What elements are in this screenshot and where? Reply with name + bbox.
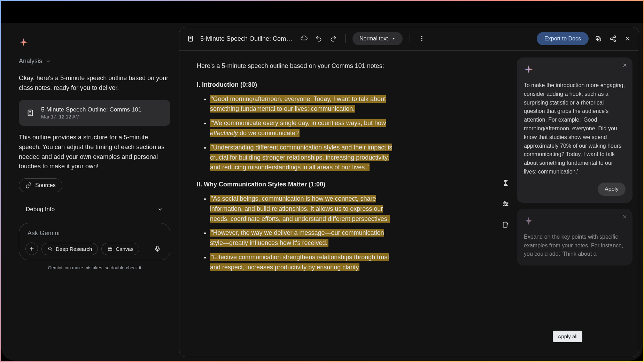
more-vertical-icon [418, 35, 425, 42]
svg-point-18 [421, 38, 422, 39]
svg-rect-8 [108, 247, 110, 249]
assistant-followup: This outline provides a structure for a … [19, 133, 170, 172]
debug-info-toggle[interactable]: Debug Info [19, 201, 170, 218]
triangle-down-icon [391, 37, 396, 41]
filter-settings-button[interactable] [499, 197, 513, 211]
apply-all-tooltip[interactable]: Apply all [553, 331, 582, 342]
copy-button[interactable] [593, 34, 603, 44]
list-item: "Effective communication strengthens rel… [210, 252, 395, 272]
cloud-sync-icon[interactable] [299, 34, 309, 44]
sources-button[interactable]: Sources [19, 178, 62, 192]
sources-label: Sources [35, 182, 56, 188]
section-heading: II. Why Communication Styles Matter (1:0… [197, 179, 477, 190]
svg-line-7 [51, 250, 52, 251]
adjust-length-button[interactable] [499, 176, 513, 190]
document-icon [186, 34, 195, 44]
redo-button[interactable] [328, 34, 338, 44]
svg-rect-11 [157, 246, 158, 249]
export-to-docs-button[interactable]: Export to Docs [537, 32, 589, 45]
chevron-down-icon [46, 59, 51, 64]
list-item: "Understanding different communication s… [210, 143, 395, 172]
prompt-input[interactable]: Ask Gemini [25, 228, 164, 238]
mic-button[interactable] [151, 242, 164, 255]
svg-marker-16 [393, 38, 395, 40]
svg-point-37 [504, 205, 505, 206]
svg-point-19 [421, 40, 422, 41]
svg-rect-10 [108, 249, 112, 251]
svg-point-24 [614, 40, 616, 41]
telescope-icon [47, 246, 53, 252]
section-heading: I. Introduction (0:30) [197, 80, 477, 90]
share-button[interactable] [608, 34, 618, 44]
svg-point-17 [421, 36, 422, 37]
sliders-icon [502, 200, 510, 208]
assistant-intro: Okay, here's a 5-minute speech outline b… [19, 74, 170, 93]
more-options-button[interactable] [417, 34, 427, 44]
list-item: "However, the way we deliver a message—o… [210, 228, 395, 248]
undo-button[interactable] [314, 34, 324, 44]
debug-label: Debug Info [26, 206, 55, 213]
canvas-panel: 5-Minute Speech Outline: Comm… Normal te… [179, 23, 643, 361]
close-icon [622, 62, 628, 68]
file-title: 5-Minute Speech Outline: Comms 101 [41, 106, 141, 113]
document-window: 5-Minute Speech Outline: Comm… Normal te… [179, 27, 639, 357]
deep-research-chip[interactable]: Deep Research [41, 243, 98, 255]
svg-point-23 [611, 38, 612, 40]
close-suggestion-button[interactable] [622, 62, 628, 69]
document-icon [26, 108, 35, 117]
close-icon [624, 35, 631, 42]
canvas-chip[interactable]: Canvas [101, 243, 139, 255]
file-date: Mar 17, 12:12 AM [41, 114, 141, 120]
canvas-icon [107, 246, 113, 252]
close-suggestion-button[interactable] [622, 214, 628, 221]
svg-rect-9 [110, 247, 112, 249]
document-content[interactable]: Here's a 5-minute speech outline based o… [179, 51, 495, 357]
gemini-sparkle-icon [524, 64, 534, 74]
apply-button[interactable]: Apply [598, 183, 626, 196]
list-item: "As social beings, communication is how … [210, 194, 395, 224]
chevron-down-icon [157, 206, 163, 213]
document-title[interactable]: 5-Minute Speech Outline: Comm… [200, 35, 294, 43]
add-button[interactable] [25, 242, 38, 255]
analysis-toggle[interactable]: Analysis [19, 57, 170, 65]
prompt-input-area: Ask Gemini Deep Research Canvas [19, 223, 170, 260]
disclaimer-text: Gemini can make mistakes, so double-chec… [19, 265, 170, 270]
analysis-label: Analysis [19, 57, 42, 65]
svg-point-35 [504, 201, 505, 203]
suggestion-text: To make the introduction more engaging, … [524, 81, 626, 176]
copy-icon [595, 35, 602, 42]
plus-icon [29, 246, 35, 252]
svg-line-25 [612, 37, 614, 38]
list-item: "We communicate every single day, in cou… [210, 118, 395, 138]
gemini-sparkle-icon [524, 216, 534, 226]
suggestions-column: To make the introduction more engaging, … [517, 51, 639, 357]
text-style-dropdown[interactable]: Normal text [352, 32, 403, 45]
svg-rect-38 [503, 222, 507, 227]
svg-point-6 [48, 247, 51, 250]
suggestion-card[interactable]: To make the introduction more engaging, … [517, 57, 633, 203]
close-icon [622, 214, 628, 219]
svg-point-36 [506, 203, 507, 205]
expand-vertical-icon [502, 179, 510, 187]
sparkle-doc-icon [502, 221, 510, 229]
chat-panel: Analysis Okay, here's a 5-minute speech … [1, 23, 179, 361]
microphone-icon [154, 245, 161, 252]
suggestion-card[interactable]: Expand on the key points with specific e… [517, 209, 633, 265]
suggestion-text: Expand on the key points with specific e… [524, 233, 626, 259]
svg-point-22 [614, 36, 616, 38]
file-attachment-card[interactable]: 5-Minute Speech Outline: Comms 101 Mar 1… [19, 100, 170, 126]
suggest-edits-button[interactable] [499, 218, 513, 232]
doc-intro-text: Here's a 5-minute speech outline based o… [197, 61, 392, 71]
link-icon [25, 182, 32, 188]
list-item: "Good morning/afternoon, everyone. Today… [210, 94, 395, 114]
close-button[interactable] [623, 34, 633, 44]
gemini-sparkle-icon [19, 37, 29, 47]
svg-line-26 [612, 39, 614, 40]
document-toolbar: 5-Minute Speech Outline: Comm… Normal te… [179, 27, 639, 51]
share-icon [610, 35, 616, 42]
side-tools [495, 176, 517, 232]
